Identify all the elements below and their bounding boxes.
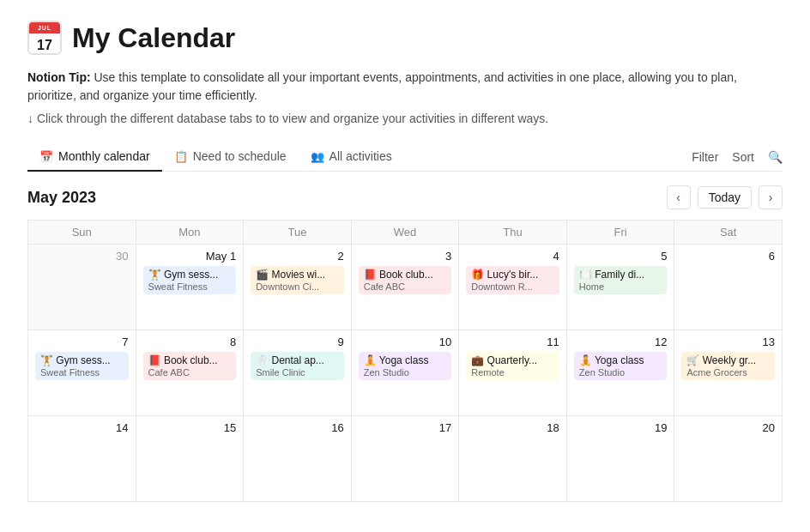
tabs-row: 📅 Monthly calendar 📋 Need to schedule 👥 …	[27, 142, 783, 172]
page-icon: JUL 17	[27, 21, 62, 55]
tip-bold: Notion Tip:	[27, 70, 91, 84]
tab-need-to-schedule[interactable]: 📋 Need to schedule	[162, 142, 299, 172]
event-name: 🎬 Movies wi...	[256, 269, 339, 281]
day-headers-row: Sun Mon Tue Wed Thu Fri Sat	[28, 221, 783, 245]
tip-text: Use this template to consolidate all you…	[27, 70, 737, 102]
event-name: 🏋️ Gym sess...	[148, 269, 232, 281]
cal-cell-w2-d2[interactable]: 16	[244, 416, 352, 502]
cell-date: 19	[574, 421, 668, 434]
cal-cell-w2-d3[interactable]: 17	[351, 416, 459, 502]
cell-date: 2	[251, 250, 344, 263]
notion-tip: Notion Tip: Use this template to consoli…	[27, 69, 783, 105]
cell-date: 11	[466, 336, 559, 348]
search-icon[interactable]: 🔍	[768, 150, 783, 164]
cal-cell-w1-d2[interactable]: 9🦷 Dental ap...Smile Clinic	[244, 330, 352, 416]
day-header-fri: Fri	[566, 221, 674, 245]
event-card-w1-d1-e0[interactable]: 📕 Book club...Cafe ABC	[143, 352, 237, 380]
event-card-w1-d4-e0[interactable]: 💼 Quarterly...Remote	[466, 352, 559, 380]
event-card-w0-d5-e0[interactable]: 🍽️ Family di...Home	[574, 266, 668, 294]
cell-date: 13	[681, 336, 775, 348]
cell-date: 15	[143, 421, 237, 434]
event-name: 📕 Book club...	[364, 269, 447, 281]
event-name: 🧘 Yoga class	[364, 354, 447, 366]
tab-all-activities[interactable]: 👥 All activities	[299, 142, 404, 172]
day-header-tue: Tue	[244, 221, 352, 245]
event-name: 💼 Quarterly...	[471, 354, 554, 366]
cal-cell-w1-d1[interactable]: 8📕 Book club...Cafe ABC	[136, 330, 244, 416]
cell-date: 14	[35, 421, 129, 434]
cal-cell-w1-d6[interactable]: 13🛒 Weekly gr...Acme Grocers	[674, 330, 783, 416]
prev-month-button[interactable]: ‹	[667, 185, 691, 209]
cell-date: 12	[574, 336, 668, 348]
day-header-thu: Thu	[459, 221, 567, 245]
arrow-tip: ↓ Click through the different database t…	[27, 112, 783, 125]
cal-cell-w2-d1[interactable]: 15	[136, 416, 244, 502]
cal-cell-w1-d3[interactable]: 10🧘 Yoga classZen Studio	[351, 330, 459, 416]
tab-need-to-schedule-label: Need to schedule	[193, 149, 287, 163]
event-location: Cafe ABC	[364, 281, 447, 292]
page-header: JUL 17 My Calendar	[27, 21, 783, 55]
event-card-w1-d6-e0[interactable]: 🛒 Weekly gr...Acme Grocers	[681, 352, 775, 380]
cell-date: 4	[466, 250, 559, 263]
cal-cell-w1-d5[interactable]: 12🧘 Yoga classZen Studio	[566, 330, 674, 416]
calendar-header: May 2023 ‹ Today ›	[27, 185, 783, 209]
next-month-button[interactable]: ›	[759, 185, 783, 209]
event-card-w1-d5-e0[interactable]: 🧘 Yoga classZen Studio	[574, 352, 668, 380]
event-location: Cafe ABC	[148, 367, 232, 378]
event-name: 🛒 Weekly gr...	[686, 354, 770, 366]
tabs-left: 📅 Monthly calendar 📋 Need to schedule 👥 …	[27, 142, 692, 171]
cell-date: 8	[143, 336, 237, 348]
tabs-toolbar: Filter Sort 🔍	[692, 150, 783, 164]
tab-monthly-calendar[interactable]: 📅 Monthly calendar	[27, 142, 162, 172]
event-name: 🦷 Dental ap...	[256, 354, 339, 366]
today-button[interactable]: Today	[698, 186, 752, 209]
week-row-2: 14151617181920	[28, 416, 783, 502]
event-location: Sweat Fitness	[148, 281, 232, 292]
week-row-1: 7🏋️ Gym sess...Sweat Fitness8📕 Book club…	[28, 330, 783, 416]
week-row-0: 30May 1🏋️ Gym sess...Sweat Fitness2🎬 Mov…	[28, 245, 783, 330]
event-name: 🧘 Yoga class	[579, 354, 662, 366]
cal-cell-w2-d0[interactable]: 14	[28, 416, 136, 502]
cal-cell-w0-d5[interactable]: 5🍽️ Family di...Home	[566, 245, 674, 330]
day-header-mon: Mon	[136, 221, 244, 245]
cal-cell-w0-d0[interactable]: 30	[28, 245, 136, 330]
cell-date: 30	[35, 250, 129, 263]
calendar-section: May 2023 ‹ Today › Sun Mon Tue Wed Thu F…	[27, 172, 783, 502]
tab-schedule-icon: 📋	[174, 150, 188, 163]
event-location: Zen Studio	[364, 367, 447, 378]
event-location: Remote	[471, 367, 554, 378]
event-name: 🎁 Lucy's bir...	[471, 269, 554, 281]
sort-button[interactable]: Sort	[732, 150, 754, 164]
cal-cell-w0-d3[interactable]: 3📕 Book club...Cafe ABC	[351, 245, 459, 330]
event-card-w1-d3-e0[interactable]: 🧘 Yoga classZen Studio	[359, 352, 452, 380]
cal-cell-w1-d4[interactable]: 11💼 Quarterly...Remote	[459, 330, 567, 416]
cal-cell-w2-d6[interactable]: 20	[674, 416, 783, 502]
event-name: 🍽️ Family di...	[579, 269, 662, 281]
cal-cell-w1-d0[interactable]: 7🏋️ Gym sess...Sweat Fitness	[28, 330, 136, 416]
event-name: 🏋️ Gym sess...	[40, 354, 124, 366]
cal-cell-w0-d2[interactable]: 2🎬 Movies wi...Downtown Ci...	[244, 245, 352, 330]
day-header-sat: Sat	[674, 221, 783, 245]
event-card-w1-d2-e0[interactable]: 🦷 Dental ap...Smile Clinic	[251, 352, 344, 380]
cell-date: 17	[359, 421, 452, 434]
cal-cell-w2-d4[interactable]: 18	[459, 416, 567, 502]
cell-date: 9	[251, 336, 344, 348]
calendar-grid: Sun Mon Tue Wed Thu Fri Sat 30May 1🏋️ Gy…	[27, 220, 783, 502]
event-location: Downtown Ci...	[256, 281, 339, 292]
event-location: Acme Grocers	[686, 367, 770, 378]
event-card-w1-d0-e0[interactable]: 🏋️ Gym sess...Sweat Fitness	[35, 352, 129, 380]
event-card-w0-d3-e0[interactable]: 📕 Book club...Cafe ABC	[359, 266, 452, 294]
icon-day: 17	[29, 33, 60, 55]
day-header-sun: Sun	[28, 221, 136, 245]
cal-cell-w0-d6[interactable]: 6	[674, 245, 783, 330]
event-card-w0-d4-e0[interactable]: 🎁 Lucy's bir...Downtown R...	[466, 266, 559, 294]
cal-cell-w2-d5[interactable]: 19	[566, 416, 674, 502]
cal-cell-w0-d4[interactable]: 4🎁 Lucy's bir...Downtown R...	[459, 245, 567, 330]
filter-button[interactable]: Filter	[692, 150, 718, 164]
cell-date: 6	[681, 250, 775, 263]
cal-cell-w0-d1[interactable]: May 1🏋️ Gym sess...Sweat Fitness	[136, 245, 244, 330]
month-title: May 2023	[27, 189, 96, 207]
event-card-w0-d2-e0[interactable]: 🎬 Movies wi...Downtown Ci...	[251, 266, 344, 294]
event-card-w0-d1-e0[interactable]: 🏋️ Gym sess...Sweat Fitness	[143, 266, 237, 294]
event-location: Smile Clinic	[256, 367, 339, 378]
